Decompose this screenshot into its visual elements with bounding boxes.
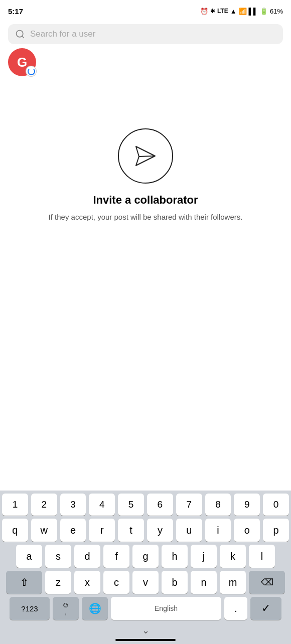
avatar-letter: G <box>17 55 27 70</box>
status-bar: 5:17 ⏰ ✱ LTE ▲ 📶 ▌▌ 🔋 61% <box>0 0 291 20</box>
search-bar[interactable] <box>8 24 283 44</box>
key-8[interactable]: 8 <box>205 494 231 516</box>
network-bars-icon: ▌▌ <box>249 8 258 15</box>
time-display: 5:17 <box>8 7 23 16</box>
enter-key[interactable]: ✓ <box>250 597 281 620</box>
period-key[interactable]: . <box>224 597 247 620</box>
invite-title: Invite a collaborator <box>93 194 198 207</box>
svg-line-3 <box>139 156 155 156</box>
chevron-down-icon[interactable]: ⌄ <box>142 625 150 636</box>
key-a[interactable]: a <box>16 545 42 568</box>
spacebar[interactable]: English <box>111 597 221 620</box>
key-q[interactable]: q <box>2 519 28 542</box>
home-indicator <box>115 639 176 641</box>
key-g[interactable]: g <box>132 545 159 568</box>
send-icon-circle <box>118 128 173 184</box>
key-t[interactable]: t <box>118 519 144 542</box>
key-u[interactable]: u <box>176 519 202 542</box>
backspace-key[interactable]: ⌫ <box>249 571 285 594</box>
key-0[interactable]: 0 <box>263 494 289 516</box>
key-o[interactable]: o <box>234 519 260 542</box>
key-w[interactable]: w <box>31 519 57 542</box>
key-n[interactable]: n <box>191 571 217 594</box>
battery-icon: 🔋 <box>260 8 268 15</box>
invite-section: Invite a collaborator If they accept, yo… <box>29 128 263 223</box>
paper-plane-icon <box>132 142 159 170</box>
key-4[interactable]: 4 <box>89 494 115 516</box>
keyboard-number-row: 1 2 3 4 5 6 7 8 9 0 <box>2 494 289 516</box>
lte-icon: LTE <box>217 8 228 15</box>
keyboard-bottom-row: ?123 ☺ , 🌐 English . ✓ <box>2 597 289 620</box>
svg-line-1 <box>22 36 24 38</box>
key-v[interactable]: v <box>132 571 159 594</box>
status-icons: ⏰ ✱ LTE ▲ 📶 ▌▌ 🔋 61% <box>200 8 283 15</box>
key-p[interactable]: p <box>263 519 289 542</box>
key-m[interactable]: m <box>220 571 246 594</box>
signal-icon: ▲ <box>230 8 237 15</box>
alarm-icon: ⏰ <box>200 8 208 15</box>
key-e[interactable]: e <box>60 519 86 542</box>
key-i[interactable]: i <box>205 519 231 542</box>
key-f[interactable]: f <box>103 545 129 568</box>
keyboard-row-3: ⇧ z x c v b n m ⌫ <box>2 571 289 594</box>
key-d[interactable]: d <box>74 545 100 568</box>
globe-key[interactable]: 🌐 <box>82 597 108 620</box>
keyboard-bottom-bar: ⌄ <box>2 623 289 637</box>
main-content: G Invite a collaborator If they accept, … <box>0 48 291 223</box>
wifi-icon: 📶 <box>239 8 247 15</box>
battery-percent: 61% <box>270 8 283 15</box>
key-l[interactable]: l <box>249 545 275 568</box>
key-6[interactable]: 6 <box>147 494 173 516</box>
search-bar-container <box>0 20 291 48</box>
key-s[interactable]: s <box>45 545 71 568</box>
keyboard-row-2: a s d f g h j k l <box>2 545 289 568</box>
keyboard-row-1: q w e r t y u i o p <box>2 519 289 542</box>
key-2[interactable]: 2 <box>31 494 57 516</box>
key-z[interactable]: z <box>45 571 71 594</box>
key-9[interactable]: 9 <box>234 494 260 516</box>
shift-key[interactable]: ⇧ <box>6 571 42 594</box>
key-7[interactable]: 7 <box>176 494 202 516</box>
key-b[interactable]: b <box>162 571 188 594</box>
key-1[interactable]: 1 <box>2 494 28 516</box>
invite-subtitle: If they accept, your post will be shared… <box>49 212 243 223</box>
key-r[interactable]: r <box>89 519 115 542</box>
key-k[interactable]: k <box>220 545 246 568</box>
avatar-badge <box>26 66 36 76</box>
symbol-key[interactable]: ?123 <box>10 597 50 620</box>
key-3[interactable]: 3 <box>60 494 86 516</box>
avatar-container: G <box>8 48 36 76</box>
emoji-key[interactable]: ☺ , <box>53 597 79 620</box>
key-y[interactable]: y <box>147 519 173 542</box>
search-input[interactable] <box>30 29 276 39</box>
avatar: G <box>8 48 36 76</box>
key-5[interactable]: 5 <box>118 494 144 516</box>
key-h[interactable]: h <box>162 545 188 568</box>
key-c[interactable]: c <box>103 571 129 594</box>
key-x[interactable]: x <box>74 571 100 594</box>
search-icon <box>15 29 25 39</box>
loading-spinner-icon <box>28 68 35 75</box>
key-j[interactable]: j <box>191 545 217 568</box>
keyboard: 1 2 3 4 5 6 7 8 9 0 q w e r t y u i o p … <box>0 491 291 644</box>
bluetooth-icon: ✱ <box>210 8 215 15</box>
